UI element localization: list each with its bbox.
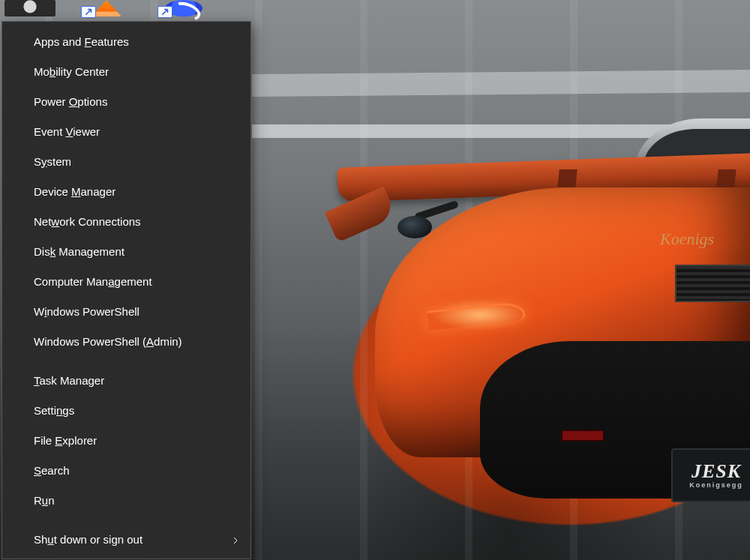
wallpaper-brand-text: Koenigs <box>660 229 714 249</box>
menu-item-disk-management[interactable]: Disk Management <box>2 236 250 266</box>
menu-item-label: Network Connections <box>34 215 141 228</box>
menu-item-label: Disk Management <box>34 245 124 258</box>
wallpaper-plate-sub: Koenigsegg <box>689 481 743 489</box>
menu-item-network-connections[interactable]: Network Connections <box>2 206 250 236</box>
menu-item-mobility-center[interactable]: Mobility Center <box>2 56 250 86</box>
menu-item-label: Task Manager <box>34 374 104 387</box>
wallpaper-decor <box>561 430 604 442</box>
menu-item-label: Windows PowerShell <box>34 305 140 318</box>
menu-item-label: Computer Management <box>34 275 152 288</box>
menu-item-label: Run <box>34 494 55 507</box>
menu-item-label: Event Viewer <box>34 125 100 138</box>
desktop-icon-vlc[interactable] <box>81 0 132 18</box>
shortcut-arrow-icon <box>158 6 172 18</box>
menu-item-windows-powershell-admin[interactable]: Windows PowerShell (Admin) <box>2 326 250 356</box>
menu-item-run[interactable]: Run <box>2 485 250 515</box>
shortcut-arrow-icon <box>81 6 96 18</box>
menu-item-computer-management[interactable]: Computer Management <box>2 266 250 296</box>
menu-item-file-explorer[interactable]: File Explorer <box>2 425 250 455</box>
menu-item-task-manager[interactable]: Task Manager <box>2 365 250 395</box>
menu-item-search[interactable]: Search <box>2 455 250 485</box>
image-thumb-icon <box>4 0 56 16</box>
menu-item-label: Apps and Features <box>34 35 129 48</box>
desktop-icons-row <box>4 0 208 18</box>
menu-item-system[interactable]: System <box>2 146 250 176</box>
wallpaper-decor <box>675 265 750 302</box>
menu-item-label: Settings <box>34 404 74 417</box>
wallpaper-decor <box>398 216 432 238</box>
desktop-icon-sync[interactable] <box>158 0 208 18</box>
menu-item-power-options[interactable]: Power Options <box>2 86 250 116</box>
winx-context-menu[interactable]: Apps and FeaturesMobility CenterPower Op… <box>2 21 251 559</box>
menu-item-windows-powershell[interactable]: Windows PowerShell <box>2 296 250 326</box>
menu-item-label: Shut down or sign out <box>34 533 142 546</box>
menu-item-label: System <box>34 155 71 168</box>
menu-item-label: Mobility Center <box>34 65 109 78</box>
wallpaper-decor <box>252 70 750 97</box>
menu-item-label: Windows PowerShell (Admin) <box>34 335 182 348</box>
vlc-cone-icon <box>92 0 122 16</box>
menu-item-label: File Explorer <box>34 434 97 447</box>
menu-item-apps-and-features[interactable]: Apps and Features <box>2 26 250 56</box>
menu-item-settings[interactable]: Settings <box>2 395 250 425</box>
menu-item-label: Search <box>34 464 70 477</box>
wallpaper-plate: JESK Koenigsegg <box>671 448 750 502</box>
wallpaper-plate-main: JESK <box>692 462 741 481</box>
menu-item-device-manager[interactable]: Device Manager <box>2 176 250 206</box>
menu-item-shut-down-or-sign-out[interactable]: Shut down or sign out <box>2 524 250 554</box>
menu-item-label: Device Manager <box>34 185 116 198</box>
desktop-icon-image[interactable] <box>4 0 56 18</box>
menu-item-event-viewer[interactable]: Event Viewer <box>2 116 250 146</box>
chevron-right-icon <box>231 535 240 544</box>
menu-item-label: Power Options <box>34 95 107 108</box>
